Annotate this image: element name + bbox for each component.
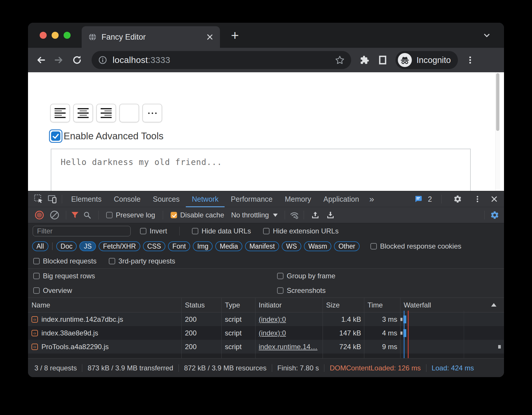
blocked-response-cookies-checkbox[interactable]: Blocked response cookies [370, 242, 461, 250]
tab-console[interactable]: Console [108, 191, 147, 207]
search-icon[interactable] [83, 211, 91, 219]
info-icon[interactable] [98, 55, 107, 65]
tab-network[interactable]: Network [186, 191, 225, 207]
browser-menu-icon[interactable] [466, 55, 475, 65]
screenshots-checkbox[interactable]: Screenshots [277, 286, 501, 295]
header-status[interactable]: Status [181, 298, 221, 312]
network-conditions-icon[interactable] [290, 211, 299, 219]
chip-font[interactable]: Font [168, 241, 190, 251]
column-divider[interactable] [181, 298, 182, 358]
chip-manifest[interactable]: Manifest [245, 241, 279, 251]
tab-application[interactable]: Application [317, 191, 365, 207]
extensions-puzzle-icon[interactable] [360, 55, 369, 65]
close-tab-icon[interactable] [206, 33, 214, 41]
chip-ws[interactable]: WS [282, 241, 301, 251]
align-center-button[interactable] [73, 104, 93, 122]
chip-fetch-xhr[interactable]: Fetch/XHR [99, 241, 140, 251]
close-window-button[interactable] [40, 32, 47, 39]
reload-icon[interactable] [72, 55, 82, 65]
align-left-button[interactable] [50, 104, 70, 122]
filter-funnel-icon[interactable] [71, 211, 79, 219]
export-har-icon[interactable] [326, 211, 335, 219]
chip-wasm[interactable]: Wasm [304, 241, 331, 251]
header-size[interactable]: Size [323, 298, 364, 312]
record-icon[interactable] [35, 211, 44, 219]
forward-icon[interactable] [54, 55, 64, 65]
chip-css[interactable]: CSS [143, 241, 165, 251]
cell-initiator: (index):0 [255, 326, 323, 340]
devtools-panel: Elements Console Sources Network Perform… [28, 191, 504, 377]
table-row[interactable]: ‹›index.38ae8e9d.js 200 script (index):0… [28, 326, 504, 340]
blocked-requests-checkbox[interactable]: Blocked requests [33, 257, 97, 265]
tab-sources[interactable]: Sources [147, 191, 186, 207]
device-toolbar-icon[interactable] [46, 193, 58, 205]
chip-img[interactable]: Img [193, 241, 213, 251]
chip-all[interactable]: All [32, 241, 48, 251]
chip-js[interactable]: JS [79, 241, 96, 251]
inspect-icon[interactable] [33, 193, 45, 205]
chip-media[interactable]: Media [215, 241, 242, 251]
column-divider[interactable] [323, 298, 323, 358]
header-initiator[interactable]: Initiator [255, 298, 323, 312]
devtools-settings-gear-icon[interactable] [452, 193, 463, 205]
group-by-frame-checkbox[interactable]: Group by frame [277, 272, 501, 280]
table-row[interactable]: ‹›ProTools.a4a82290.js 200 script index.… [28, 340, 504, 354]
editor-textarea[interactable]: Hello darkness my old friend... [51, 149, 471, 191]
chip-doc[interactable]: Doc [56, 241, 77, 251]
chevron-down-icon[interactable] [482, 31, 491, 40]
side-panel-icon[interactable] [378, 55, 387, 65]
overview-checkbox[interactable]: Overview [33, 286, 271, 295]
minimize-window-button[interactable] [52, 32, 59, 39]
import-har-icon[interactable] [311, 211, 320, 219]
disable-cache-checkbox[interactable]: Disable cache [171, 211, 224, 219]
cell-name: ‹›index.38ae8e9d.js [28, 326, 181, 340]
initiator-link[interactable]: (index):0 [259, 315, 286, 323]
devtools-close-icon[interactable] [491, 196, 498, 203]
tab-elements[interactable]: Elements [65, 191, 108, 207]
header-time[interactable]: Time [364, 298, 400, 312]
hide-extension-urls-checkbox[interactable]: Hide extension URLs [263, 227, 338, 235]
blank-button[interactable] [119, 104, 139, 122]
new-tab-button[interactable]: + [231, 29, 239, 42]
filter-input[interactable] [33, 226, 131, 236]
chip-other[interactable]: Other [334, 241, 360, 251]
column-divider[interactable] [221, 298, 222, 358]
cell-size: 724 kB [323, 340, 364, 354]
hide-data-urls-checkbox[interactable]: Hide data URLs [192, 227, 251, 235]
table-row[interactable]: ‹›index.runtime.142a7dbc.js 200 script (… [28, 312, 504, 326]
clear-icon[interactable] [50, 211, 59, 219]
enable-advanced-tools-checkbox[interactable]: Enable Advanced Tools [49, 129, 164, 143]
issues-counter[interactable]: 2 [412, 193, 432, 205]
scrollbar-thumb[interactable] [496, 73, 499, 131]
header-type[interactable]: Type [221, 298, 255, 312]
devtools-menu-icon[interactable] [472, 193, 483, 205]
invert-checkbox[interactable]: Invert [140, 227, 167, 235]
preserve-log-checkbox[interactable]: Preserve log [106, 211, 155, 219]
column-divider[interactable] [400, 298, 400, 358]
column-divider[interactable] [255, 298, 256, 358]
third-party-requests-checkbox[interactable]: 3rd-party requests [109, 257, 175, 265]
big-request-rows-checkbox[interactable]: Big request rows [33, 272, 271, 280]
column-divider[interactable] [364, 298, 364, 358]
initiator-link[interactable]: (index):0 [259, 329, 286, 337]
bookmark-star-icon[interactable] [335, 55, 345, 65]
page-scrollbar[interactable] [495, 72, 500, 191]
blocked-response-cookies-label: Blocked response cookies [380, 242, 461, 250]
cell-waterfall [400, 340, 504, 354]
incognito-badge[interactable]: Incognito [396, 51, 458, 69]
header-waterfall[interactable]: Waterfall [400, 298, 504, 312]
align-right-button[interactable] [96, 104, 116, 122]
initiator-link[interactable]: index.runtime.14… [259, 343, 317, 351]
checkbox-box [277, 273, 284, 279]
more-options-button[interactable] [142, 104, 162, 122]
browser-tab[interactable]: Fancy Editor [82, 26, 220, 48]
network-settings-gear-icon[interactable] [482, 210, 499, 220]
address-bar[interactable]: localhost:3333 [92, 51, 351, 69]
tab-memory[interactable]: Memory [279, 191, 317, 207]
throttling-dropdown[interactable]: No throttling [231, 211, 277, 219]
back-icon[interactable] [36, 55, 46, 65]
zoom-window-button[interactable] [64, 32, 71, 39]
more-tabs-chevron[interactable]: » [365, 194, 378, 204]
tab-performance[interactable]: Performance [225, 191, 279, 207]
header-name[interactable]: Name [28, 298, 181, 312]
